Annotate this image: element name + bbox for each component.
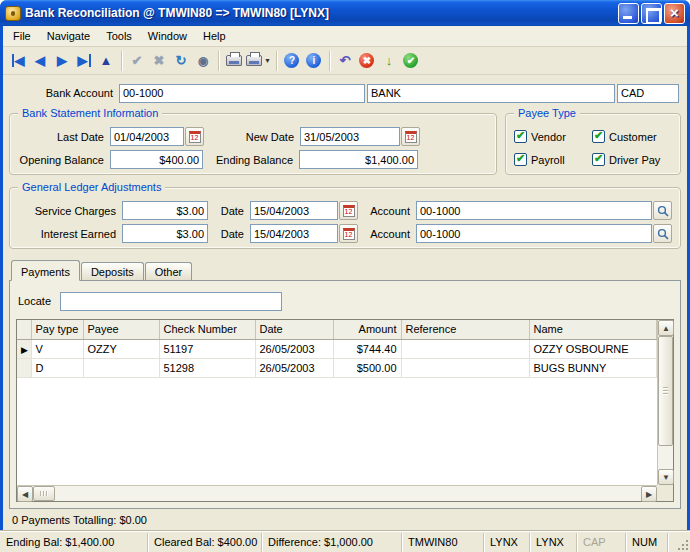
undo-icon[interactable]: ↶: [334, 50, 356, 72]
status-user: LYNX: [530, 533, 577, 552]
bank-account-code-field[interactable]: [119, 84, 365, 103]
bank-account-label: Bank Account: [9, 87, 119, 99]
cell-payee[interactable]: [83, 358, 159, 377]
menu-navigate[interactable]: Navigate: [39, 26, 98, 46]
driver-pay-checkbox[interactable]: [592, 153, 605, 166]
cell-pay-type[interactable]: D: [31, 358, 83, 377]
toolbar-separator: [121, 51, 122, 71]
service-charges-date-field[interactable]: [250, 201, 338, 220]
eye-icon[interactable]: ◉: [192, 50, 214, 72]
new-date-label: New Date: [204, 131, 300, 143]
ending-balance-field[interactable]: [299, 150, 418, 169]
up-level-icon[interactable]: ▲: [95, 50, 117, 72]
last-date-field[interactable]: [110, 127, 184, 146]
maximize-button[interactable]: [641, 3, 662, 24]
interest-earned-calendar-button[interactable]: [339, 224, 358, 243]
col-reference[interactable]: Reference: [401, 320, 529, 339]
post-icon[interactable]: ↓: [378, 50, 400, 72]
abort-icon[interactable]: ✖: [356, 50, 378, 72]
delete-icon[interactable]: ✖: [148, 50, 170, 72]
col-date[interactable]: Date: [255, 320, 333, 339]
cell-reference[interactable]: [401, 339, 529, 358]
menu-window[interactable]: Window: [140, 26, 195, 46]
interest-earned-field[interactable]: [122, 224, 208, 243]
print-icon[interactable]: [223, 50, 245, 72]
scroll-down-icon[interactable]: ▼: [658, 469, 674, 485]
row-indicator-header: [17, 320, 31, 339]
interest-earned-account-field[interactable]: [416, 224, 652, 243]
first-record-icon[interactable]: ◀: [7, 50, 29, 72]
cell-date[interactable]: 26/05/2003: [255, 358, 333, 377]
col-payee[interactable]: Payee: [83, 320, 159, 339]
cell-name[interactable]: BUGS BUNNY: [529, 358, 657, 377]
calendar-icon: [405, 131, 417, 143]
menu-file[interactable]: File: [5, 26, 39, 46]
service-charges-calendar-button[interactable]: [339, 201, 358, 220]
menu-tools[interactable]: Tools: [98, 26, 140, 46]
customer-label: Customer: [609, 131, 657, 143]
tab-deposits[interactable]: Deposits: [81, 262, 144, 280]
info-icon[interactable]: i: [303, 50, 325, 72]
interest-earned-label: Interest Earned: [18, 228, 122, 240]
cell-check-number[interactable]: 51197: [159, 339, 255, 358]
cell-pay-type[interactable]: V: [31, 339, 83, 358]
service-charges-field[interactable]: [122, 201, 208, 220]
opening-balance-field[interactable]: [110, 150, 203, 169]
locate-input[interactable]: [60, 292, 282, 311]
last-record-icon[interactable]: ▶: [73, 50, 95, 72]
col-pay-type[interactable]: Pay type: [31, 320, 83, 339]
table-row[interactable]: D 51298 26/05/2003 $500.00 BUGS BUNNY: [17, 358, 657, 377]
calendar-icon: [343, 228, 355, 240]
cell-date[interactable]: 26/05/2003: [255, 339, 333, 358]
tab-payments[interactable]: Payments: [11, 260, 80, 281]
service-charges-lookup-button[interactable]: [653, 201, 672, 220]
cell-amount[interactable]: $744.40: [333, 339, 401, 358]
interest-earned-lookup-button[interactable]: [653, 224, 672, 243]
cell-amount[interactable]: $500.00: [333, 358, 401, 377]
cell-payee[interactable]: OZZY: [83, 339, 159, 358]
service-charges-account-field[interactable]: [416, 201, 652, 220]
save-icon[interactable]: ✔: [126, 50, 148, 72]
col-amount[interactable]: Amount: [333, 320, 401, 339]
vertical-scrollbar[interactable]: ▲ ▼: [657, 320, 673, 485]
bank-account-name-field[interactable]: [367, 84, 615, 103]
close-button[interactable]: [664, 3, 685, 24]
scroll-up-icon[interactable]: ▲: [658, 320, 674, 336]
print-options-icon[interactable]: ▼: [245, 50, 272, 72]
help-icon[interactable]: ?: [281, 50, 303, 72]
scroll-right-icon[interactable]: ▶: [641, 486, 657, 502]
ending-balance-label: Ending Balance: [203, 154, 299, 166]
customer-checkbox[interactable]: [592, 130, 605, 143]
cell-check-number[interactable]: 51298: [159, 358, 255, 377]
minimize-button[interactable]: [618, 3, 639, 24]
payroll-checkbox[interactable]: [514, 153, 527, 166]
new-date-calendar-button[interactable]: [401, 127, 420, 146]
previous-record-icon[interactable]: ◀: [29, 50, 51, 72]
driver-pay-label: Driver Pay: [609, 154, 660, 166]
scroll-left-icon[interactable]: ◀: [17, 486, 33, 502]
col-name[interactable]: Name: [529, 320, 657, 339]
toolbar-separator: [276, 51, 277, 71]
interest-earned-account-label: Account: [358, 228, 416, 240]
resize-grip[interactable]: [668, 533, 690, 552]
bank-account-currency-field[interactable]: [617, 84, 679, 103]
vendor-checkbox[interactable]: [514, 130, 527, 143]
commit-icon[interactable]: ✔: [400, 50, 422, 72]
status-difference: Difference: $1,000.00: [262, 533, 402, 552]
next-record-icon[interactable]: ▶: [51, 50, 73, 72]
status-bar: Ending Bal: $1,400.00 Cleared Bal: $400.…: [0, 530, 690, 552]
table-row[interactable]: V OZZY 51197 26/05/2003 $744.40 OZZY OSB…: [17, 339, 657, 358]
cell-name[interactable]: OZZY OSBOURNE: [529, 339, 657, 358]
refresh-icon[interactable]: ↻: [170, 50, 192, 72]
new-date-field[interactable]: [300, 127, 400, 146]
col-check-number[interactable]: Check Number: [159, 320, 255, 339]
cell-reference[interactable]: [401, 358, 529, 377]
tab-other[interactable]: Other: [145, 262, 193, 280]
horizontal-scroll-thumb[interactable]: [33, 486, 55, 501]
vertical-scroll-thumb[interactable]: [658, 336, 673, 446]
menu-help[interactable]: Help: [195, 26, 234, 46]
last-date-calendar-button[interactable]: [185, 127, 204, 146]
horizontal-scrollbar[interactable]: ◀ ▶: [17, 485, 657, 501]
interest-earned-date-field[interactable]: [250, 224, 338, 243]
payments-summary-text: 0 Payments Totalling: $0.00: [12, 514, 147, 526]
